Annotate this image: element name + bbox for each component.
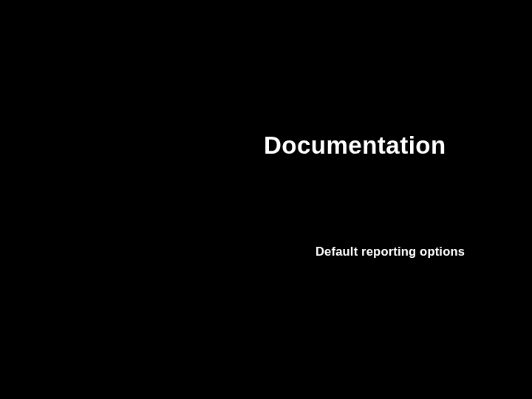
slide-title: Documentation bbox=[264, 132, 446, 160]
slide-subtitle: Default reporting options bbox=[316, 245, 465, 259]
slide: Documentation Default reporting options bbox=[0, 0, 532, 399]
